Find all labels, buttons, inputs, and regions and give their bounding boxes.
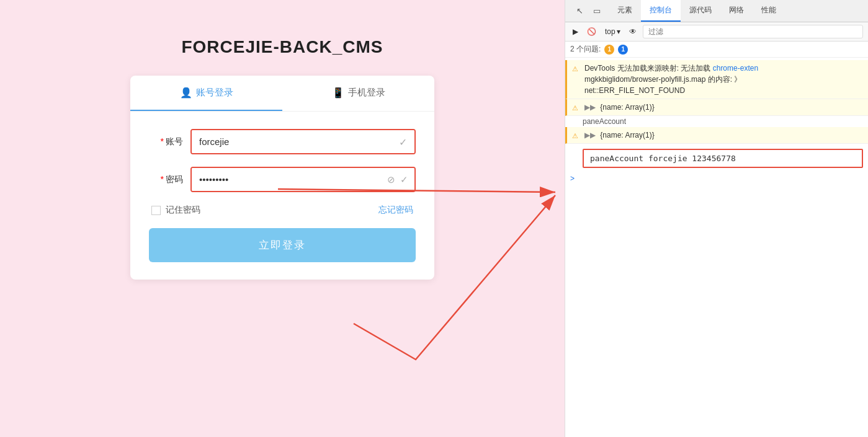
account-icon: 👤 <box>180 87 192 99</box>
tab-elements[interactable]: 元素 <box>609 0 641 22</box>
top-dropdown-icon: ▾ <box>617 27 620 36</box>
devtools-icons-row: ↖ ▭ <box>568 0 609 22</box>
login-card: 👤 账号登录 📱 手机登录 *账号 ✓ <box>130 76 434 280</box>
password-input-wrapper: ⊘ ✓ <box>190 167 416 192</box>
console-warn-3-text: {name: Array(1)} <box>600 131 654 139</box>
console-caret[interactable]: > <box>565 173 868 184</box>
devtools-toolbar: ▶ 🚫 top ▾ 👁 <box>565 22 868 42</box>
top-selector[interactable]: top ▾ <box>602 26 623 37</box>
tab-bar: 👤 账号登录 📱 手机登录 <box>130 76 434 112</box>
account-row: *账号 ✓ <box>149 129 416 154</box>
warn-link[interactable]: chrome-exten <box>713 64 758 73</box>
tab-mobile-label: 手机登录 <box>348 87 385 99</box>
devtools-tab-bar: ↖ ▭ 元素 控制台 源代码 网络 性能 <box>565 0 868 22</box>
console-body: ⚠ DevTools 无法加载来源映射: 无法加载 chrome-extenmg… <box>565 58 868 437</box>
console-warn-2-text: {name: Array(1)} <box>600 103 654 112</box>
warn-icon-3: ⚠ <box>572 131 578 141</box>
required-mark2: * <box>161 174 164 184</box>
issues-label: 2 个问题: <box>570 44 601 55</box>
tab-sources[interactable]: 源代码 <box>681 0 720 22</box>
app-title: FORCEJIE-BACK_CMS <box>181 37 383 57</box>
output-box-text: paneAccount forcejie 123456778 <box>590 154 736 163</box>
account-label: *账号 <box>149 136 183 148</box>
remember-me: 记住密码 <box>151 205 200 216</box>
password-row: *密码 ⊘ ✓ <box>149 167 416 192</box>
check-icon: ✓ <box>400 174 408 185</box>
forgot-password-link[interactable]: 忘记密码 <box>378 205 413 216</box>
remember-label: 记住密码 <box>166 205 200 216</box>
tab-account[interactable]: 👤 账号登录 <box>130 76 282 111</box>
account-input[interactable] <box>192 130 414 153</box>
password-icons: ⊘ ✓ <box>387 174 408 185</box>
console-warn-3: ⚠ ▶▶ {name: Array(1)} <box>565 127 868 144</box>
password-label: *密码 <box>149 174 183 185</box>
form-body: *账号 ✓ *密码 ⊘ ✓ <box>130 112 434 280</box>
top-label: top <box>605 27 615 36</box>
stop-button[interactable]: 🚫 <box>584 26 599 37</box>
eye-icon[interactable]: 👁 <box>627 26 639 37</box>
warn-count: 1 <box>604 45 614 55</box>
device-icon[interactable]: ▭ <box>590 4 604 18</box>
check-circle-icon: ✓ <box>399 136 407 148</box>
console-warn-1-text: DevTools 无法加载来源映射: 无法加载 chrome-extenmgkk… <box>584 64 758 95</box>
login-button[interactable]: 立即登录 <box>149 228 416 262</box>
password-input[interactable] <box>192 168 414 191</box>
info-count: 1 <box>618 45 628 55</box>
issues-bar: 2 个问题: 1 1 <box>565 42 868 58</box>
mobile-icon: 📱 <box>332 87 344 99</box>
warn-badge: 1 <box>604 45 614 55</box>
account-input-wrapper: ✓ <box>190 129 416 154</box>
tab-performance[interactable]: 性能 <box>753 0 785 22</box>
expand-arrow-2[interactable]: ▶▶ <box>584 131 596 139</box>
output-box-container: paneAccount forcejie 123456778 <box>565 144 868 173</box>
console-plain-1: paneAccount <box>565 116 868 127</box>
play-button[interactable]: ▶ <box>570 26 581 37</box>
info-badge: 1 <box>618 45 628 55</box>
tab-mobile[interactable]: 📱 手机登录 <box>282 76 434 111</box>
tab-account-label: 账号登录 <box>196 87 233 99</box>
left-panel: FORCEJIE-BACK_CMS 👤 账号登录 📱 手机登录 *账号 ✓ <box>0 0 565 437</box>
eye-slash-icon: ⊘ <box>387 174 395 185</box>
console-warn-2: ⚠ ▶▶ {name: Array(1)} <box>565 99 868 116</box>
required-mark: * <box>161 136 164 146</box>
warn-icon-2: ⚠ <box>572 103 578 113</box>
console-warn-1: ⚠ DevTools 无法加载来源映射: 无法加载 chrome-extenmg… <box>565 60 868 99</box>
options-row: 记住密码 忘记密码 <box>149 205 416 216</box>
console-output-box: paneAccount forcejie 123456778 <box>583 149 863 168</box>
tab-network[interactable]: 网络 <box>720 0 753 22</box>
cursor-tool-icon[interactable]: ↖ <box>573 4 586 18</box>
remember-checkbox[interactable] <box>151 206 161 215</box>
tab-console[interactable]: 控制台 <box>641 0 681 22</box>
expand-arrow-1[interactable]: ▶▶ <box>584 103 596 112</box>
filter-input[interactable] <box>643 25 863 38</box>
warn-icon-1: ⚠ <box>572 64 578 74</box>
devtools-panel: ↖ ▭ 元素 控制台 源代码 网络 性能 ▶ 🚫 top ▾ 👁 2 个问题: <box>565 0 868 437</box>
